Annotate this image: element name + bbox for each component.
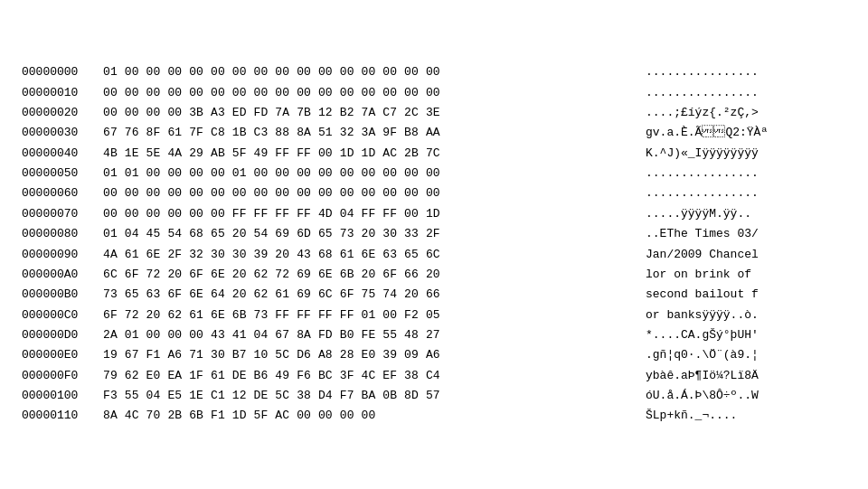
- hex-row: 000000B073 65 63 6F 6E 64 20 62 61 69 6C…: [22, 285, 846, 305]
- ascii-representation: ....;£íýz{.²zÇ,>: [646, 103, 846, 123]
- ascii-representation: gv.a.È.ÃQ2:ŸÀª: [646, 123, 846, 143]
- hex-bytes: F3 55 04 E5 1E C1 12 DE 5C 38 D4 F7 BA 0…: [103, 386, 646, 406]
- hex-bytes: 73 65 63 6F 6E 64 20 62 61 69 6C 6F 75 7…: [103, 285, 646, 305]
- hex-address: 00000110: [22, 406, 103, 426]
- ascii-representation: óU.å.Á.Þ\8Ô÷º..W: [646, 386, 846, 406]
- hex-bytes: 8A 4C 70 2B 6B F1 1D 5F AC 00 00 00 00: [103, 406, 646, 426]
- ascii-representation: second bailout f: [646, 285, 846, 305]
- hex-bytes: 19 67 F1 A6 71 30 B7 10 5C D6 A8 28 E0 3…: [103, 345, 646, 365]
- hex-bytes: 00 00 00 00 00 00 00 00 00 00 00 00 00 0…: [103, 183, 646, 203]
- hex-row: 0000001000 00 00 00 00 00 00 00 00 00 00…: [22, 83, 846, 103]
- hex-row: 0000007000 00 00 00 00 00 FF FF FF FF 4D…: [22, 204, 846, 224]
- hex-bytes: 00 00 00 00 00 00 FF FF FF FF 4D 04 FF F…: [103, 204, 646, 224]
- ascii-representation: ŠLp+kñ._¬....: [646, 406, 846, 426]
- hex-row: 000000404B 1E 5E 4A 29 AB 5F 49 FF FF 00…: [22, 144, 846, 164]
- hex-address: 000000D0: [22, 325, 103, 345]
- hex-address: 00000100: [22, 386, 103, 406]
- hex-address: 000000C0: [22, 306, 103, 325]
- hex-row: 0000008001 04 45 54 68 65 20 54 69 6D 65…: [22, 224, 846, 244]
- ascii-representation: ybàê.aÞ¶Iö¼?Lï8Ä: [646, 366, 846, 386]
- ascii-representation: ..EThe Times 03/: [646, 224, 846, 244]
- hex-row: 0000005001 01 00 00 00 00 01 00 00 00 00…: [22, 164, 846, 183]
- hex-address: 00000050: [22, 164, 103, 183]
- hex-bytes: 2A 01 00 00 00 43 41 04 67 8A FD B0 FE 5…: [103, 325, 646, 345]
- hex-row: 0000003067 76 8F 61 7F C8 1B C3 88 8A 51…: [22, 123, 846, 143]
- hex-row: 0000006000 00 00 00 00 00 00 00 00 00 00…: [22, 183, 846, 203]
- hex-address: 00000090: [22, 245, 103, 265]
- ascii-representation: ................: [646, 62, 846, 82]
- ascii-representation: ................: [646, 183, 846, 203]
- hex-bytes: 01 04 45 54 68 65 20 54 69 6D 65 73 20 3…: [103, 224, 646, 244]
- ascii-representation: *....CA.gŠý°þUH': [646, 325, 846, 345]
- hex-row: 000000C06F 72 20 62 61 6E 6B 73 FF FF FF…: [22, 306, 846, 325]
- hex-bytes: 6F 72 20 62 61 6E 6B 73 FF FF FF FF 01 0…: [103, 306, 646, 325]
- hex-bytes: 4B 1E 5E 4A 29 AB 5F 49 FF FF 00 1D 1D A…: [103, 144, 646, 164]
- hex-bytes: 79 62 E0 EA 1F 61 DE B6 49 F6 BC 3F 4C E…: [103, 366, 646, 386]
- hex-address: 000000F0: [22, 366, 103, 386]
- hex-row: 000000A06C 6F 72 20 6F 6E 20 62 72 69 6E…: [22, 265, 846, 285]
- hex-address: 00000020: [22, 103, 103, 123]
- ascii-representation: ................: [646, 164, 846, 183]
- hex-address: 00000080: [22, 224, 103, 244]
- hex-address: 00000040: [22, 144, 103, 164]
- hex-row: 000000E019 67 F1 A6 71 30 B7 10 5C D6 A8…: [22, 345, 846, 365]
- ascii-representation: or banksÿÿÿÿ..ò.: [646, 306, 846, 325]
- hex-address: 00000010: [22, 83, 103, 103]
- hex-address: 00000070: [22, 204, 103, 224]
- hex-address: 00000060: [22, 183, 103, 203]
- hex-row: 000001108A 4C 70 2B 6B F1 1D 5F AC 00 00…: [22, 406, 846, 426]
- hex-address: 00000030: [22, 123, 103, 143]
- ascii-representation: .gñ¦q0·.\Ö¨(à9.¦: [646, 345, 846, 365]
- ascii-representation: lor on brink of: [646, 265, 846, 285]
- hex-address: 000000A0: [22, 265, 103, 285]
- hex-row: 000000F079 62 E0 EA 1F 61 DE B6 49 F6 BC…: [22, 366, 846, 386]
- hex-address: 00000000: [22, 62, 103, 82]
- hex-bytes: 4A 61 6E 2F 32 30 30 39 20 43 68 61 6E 6…: [103, 245, 646, 265]
- ascii-representation: K.^J)«_Iÿÿÿÿÿÿÿÿ: [646, 144, 846, 164]
- hex-row: 000000D02A 01 00 00 00 43 41 04 67 8A FD…: [22, 325, 846, 345]
- hex-row: 000000904A 61 6E 2F 32 30 30 39 20 43 68…: [22, 245, 846, 265]
- ascii-representation: ................: [646, 83, 846, 103]
- hex-bytes: 00 00 00 00 3B A3 ED FD 7A 7B 12 B2 7A C…: [103, 103, 646, 123]
- hex-row: 0000002000 00 00 00 3B A3 ED FD 7A 7B 12…: [22, 103, 846, 123]
- hex-bytes: 6C 6F 72 20 6F 6E 20 62 72 69 6E 6B 20 6…: [103, 265, 646, 285]
- hex-address: 000000B0: [22, 285, 103, 305]
- hex-bytes: 67 76 8F 61 7F C8 1B C3 88 8A 51 32 3A 9…: [103, 123, 646, 143]
- hex-row: 0000000001 00 00 00 00 00 00 00 00 00 00…: [22, 62, 846, 82]
- hex-address: 000000E0: [22, 345, 103, 365]
- hex-bytes: 01 00 00 00 00 00 00 00 00 00 00 00 00 0…: [103, 62, 646, 82]
- hex-bytes: 01 01 00 00 00 00 01 00 00 00 00 00 00 0…: [103, 164, 646, 183]
- hex-row: 00000100F3 55 04 E5 1E C1 12 DE 5C 38 D4…: [22, 386, 846, 406]
- hex-bytes: 00 00 00 00 00 00 00 00 00 00 00 00 00 0…: [103, 83, 646, 103]
- ascii-representation: Jan/2009 Chancel: [646, 245, 846, 265]
- ascii-representation: .....ÿÿÿÿM.ÿÿ..: [646, 204, 846, 224]
- hex-dump: 0000000001 00 00 00 00 00 00 00 00 00 00…: [0, 46, 868, 442]
